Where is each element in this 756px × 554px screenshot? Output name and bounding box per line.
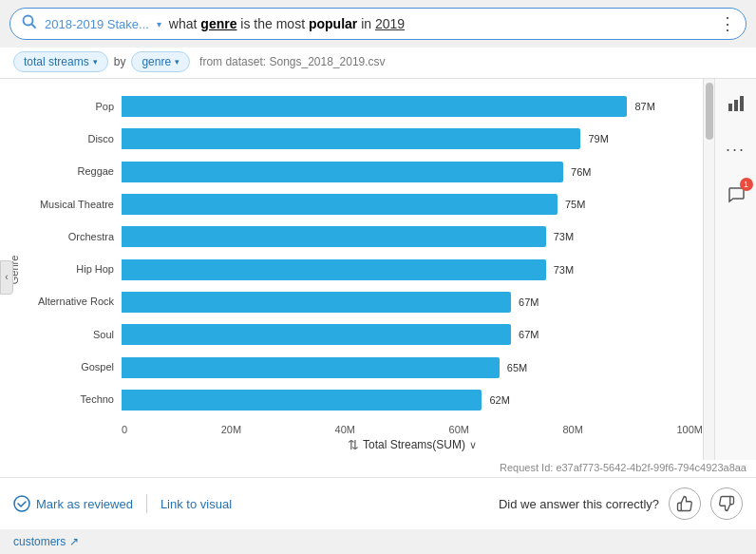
bottom-right: Did we answer this correctly? — [499, 487, 743, 520]
comment-badge: 1 — [740, 178, 753, 191]
bar-row[interactable]: 75M — [122, 194, 703, 215]
bar-row[interactable]: 76M — [122, 162, 703, 182]
group-label: genre — [142, 55, 171, 68]
query-text: what genre is the most popular in 2019 — [169, 16, 405, 31]
bar-row[interactable]: 62M — [122, 390, 703, 411]
collapse-panel-button[interactable]: ‹ — [0, 260, 13, 295]
mark-reviewed-label: Mark as reviewed — [36, 497, 133, 511]
y-label: Pop — [27, 102, 122, 112]
more-dots-icon: ··· — [726, 140, 746, 160]
x-tick: 0 — [122, 424, 127, 435]
bar-value: 67M — [519, 296, 539, 308]
bar-value: 65M — [507, 362, 527, 373]
dataset-label: from dataset: Songs_2018_2019.csv — [199, 55, 385, 68]
bar-value: 73M — [554, 231, 574, 242]
scrollbar[interactable] — [703, 79, 714, 460]
thumbs-down-button[interactable] — [710, 487, 743, 520]
x-tick: 20M — [221, 424, 241, 435]
y-label: Musical Theatre — [27, 200, 122, 210]
y-label: Soul — [27, 330, 122, 340]
x-axis-label-row: ⇅ Total Streams(SUM) ∨ — [122, 437, 703, 452]
chart-view-button[interactable] — [721, 88, 751, 119]
bars-container: 87M79M76M75M73M73M67M67M65M62M — [122, 86, 703, 420]
bottom-left: Mark as reviewed Link to visual — [13, 494, 232, 513]
x-axis-chevron-icon: ∨ — [469, 439, 477, 451]
bar[interactable] — [122, 324, 511, 345]
y-label: Orchestra — [27, 232, 122, 242]
more-options-button[interactable]: ⋮ — [719, 15, 736, 32]
bar-row[interactable]: 73M — [122, 226, 703, 247]
main-content: ‹ Genre PopDiscoReggaeMusical TheatreOrc… — [0, 79, 756, 460]
divider — [146, 494, 147, 513]
y-label: Gospel — [27, 362, 122, 373]
search-bar[interactable]: 2018-2019 Stake... ▾ what genre is the m… — [9, 8, 747, 40]
svg-line-1 — [32, 25, 36, 29]
x-tick: 80M — [562, 424, 582, 435]
bar-row[interactable]: 67M — [122, 324, 703, 345]
project-chevron-icon: ▾ — [157, 19, 161, 29]
svg-rect-3 — [734, 100, 738, 111]
bar-value: 67M — [519, 329, 539, 340]
bar[interactable] — [122, 226, 546, 247]
mark-reviewed-button[interactable]: Mark as reviewed — [13, 495, 133, 512]
metric-label: total streams — [24, 55, 89, 68]
metric-chevron-icon: ▾ — [93, 57, 98, 67]
bars-section: PopDiscoReggaeMusical TheatreOrchestraHi… — [27, 86, 703, 420]
x-tick: 100M — [676, 424, 703, 435]
bar-value: 79M — [588, 133, 608, 144]
bar-row[interactable]: 87M — [122, 96, 703, 117]
bar[interactable] — [122, 96, 627, 117]
x-axis-ticks: 020M40M60M80M100M — [122, 424, 703, 435]
y-label: Techno — [27, 394, 122, 405]
y-label: Alternative Rock — [27, 296, 122, 307]
group-chevron-icon: ▾ — [175, 57, 180, 67]
bar-value: 87M — [634, 101, 654, 112]
x-axis: 020M40M60M80M100M ⇅ Total Streams(SUM) ∨ — [122, 420, 703, 452]
svg-point-5 — [14, 496, 29, 511]
x-tick: 60M — [449, 424, 469, 435]
bar-row[interactable]: 79M — [122, 128, 703, 149]
bar[interactable] — [122, 292, 511, 313]
by-label: by — [114, 55, 126, 68]
bar[interactable] — [122, 357, 500, 378]
answer-question-label: Did we answer this correctly? — [499, 497, 659, 511]
metric-filter-pill[interactable]: total streams ▾ — [13, 51, 108, 72]
link-visual-button[interactable]: Link to visual — [161, 497, 232, 511]
bottom-strip-text: customers — [13, 535, 66, 548]
link-visual-label: Link to visual — [161, 497, 232, 511]
bar[interactable] — [122, 194, 558, 215]
bar-value: 75M — [565, 199, 585, 210]
chart-area: Genre PopDiscoReggaeMusical TheatreOrche… — [0, 79, 703, 460]
svg-rect-2 — [728, 104, 732, 111]
search-icon — [22, 14, 37, 33]
more-options-right-button[interactable]: ··· — [721, 134, 751, 164]
bottom-strip: customers ↗ — [0, 529, 756, 554]
y-label: Reggae — [27, 166, 122, 177]
filter-bar: total streams ▾ by genre ▾ from dataset:… — [0, 48, 756, 79]
y-label: Disco — [27, 134, 122, 144]
project-name[interactable]: 2018-2019 Stake... — [45, 17, 149, 31]
y-label: Hip Hop — [27, 264, 122, 275]
bar[interactable] — [122, 259, 546, 280]
bar-row[interactable]: 65M — [122, 357, 703, 378]
bar-value: 76M — [571, 166, 591, 178]
svg-rect-4 — [740, 96, 744, 111]
bottom-bar: Mark as reviewed Link to visual Did we a… — [0, 477, 756, 529]
bottom-strip-icon: ↗ — [69, 535, 79, 548]
thumbs-up-button[interactable] — [669, 487, 701, 520]
chart-inner: PopDiscoReggaeMusical TheatreOrchestraHi… — [27, 86, 703, 452]
scrollbar-thumb[interactable] — [706, 83, 713, 140]
x-tick: 40M — [335, 424, 355, 435]
y-labels: PopDiscoReggaeMusical TheatreOrchestraHi… — [27, 86, 122, 420]
comment-button[interactable]: 1 — [721, 180, 751, 210]
group-filter-pill[interactable]: genre ▾ — [131, 51, 190, 72]
bar-value: 62M — [489, 394, 509, 406]
bar-value: 73M — [554, 264, 574, 276]
bar-row[interactable]: 67M — [122, 292, 703, 313]
bar[interactable] — [122, 390, 482, 411]
x-axis-label: Total Streams(SUM) — [363, 438, 465, 451]
bar[interactable] — [122, 162, 563, 182]
bar-row[interactable]: 73M — [122, 259, 703, 280]
bar[interactable] — [122, 128, 580, 149]
sort-icon[interactable]: ⇅ — [348, 437, 359, 452]
